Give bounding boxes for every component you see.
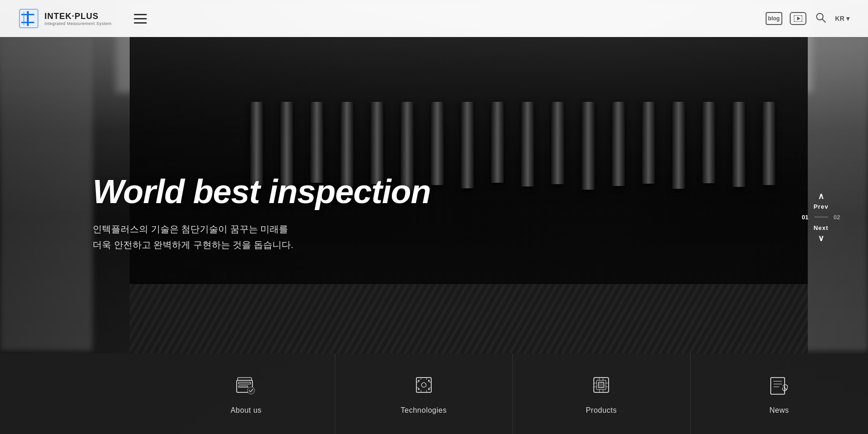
prev-label: Prev: [813, 203, 828, 210]
svg-point-12: [247, 387, 255, 394]
bottom-nav-spacer: [0, 353, 157, 434]
bottom-navigation: About us: [0, 353, 868, 434]
svg-point-17: [418, 388, 420, 390]
next-label: Next: [813, 224, 828, 231]
news-label: News: [769, 406, 789, 415]
svg-point-16: [428, 380, 430, 382]
hamburger-menu[interactable]: [130, 10, 151, 27]
chevron-down-icon: ∨: [818, 233, 824, 243]
svg-point-18: [428, 388, 430, 390]
header-left: INTEK·PLUS Integrated Measurement System: [19, 8, 151, 29]
nav-item-news[interactable]: News: [691, 353, 868, 434]
technologies-icon: [412, 373, 436, 400]
technologies-label: Technologies: [401, 406, 447, 415]
search-button[interactable]: [814, 11, 828, 27]
products-icon: [589, 373, 613, 400]
slide-counter: 01 02: [802, 214, 840, 221]
language-selector[interactable]: KR ▾: [835, 15, 849, 22]
svg-rect-13: [416, 378, 431, 392]
svg-point-15: [418, 380, 420, 382]
slide-navigation: ∧ Prev 01 02 Next ∨: [802, 191, 840, 243]
hero-subtitle: 인텍플러스의 기술은 첨단기술이 꿈꾸는 미래를 더욱 안전하고 완벽하게 구현…: [93, 221, 431, 253]
about-icon: [234, 373, 258, 400]
hamburger-line-3: [134, 22, 147, 24]
current-slide: 01: [802, 214, 808, 221]
nav-item-technologies[interactable]: Technologies: [335, 353, 513, 434]
hamburger-line-2: [134, 18, 147, 19]
next-button[interactable]: Next ∨: [813, 224, 828, 243]
svg-rect-4: [23, 12, 25, 25]
prev-button[interactable]: ∧ Prev: [813, 191, 828, 210]
hero-subtitle-line2: 더욱 안전하고 완벽하게 구현하는 것을 돕습니다.: [93, 240, 293, 250]
divider-line: [814, 217, 828, 217]
chevron-up-icon: ∧: [818, 191, 824, 201]
logo-icon: [19, 8, 39, 29]
svg-rect-11: [239, 386, 248, 387]
hero-title: World best inspection: [93, 174, 431, 210]
header: INTEK·PLUS Integrated Measurement System…: [0, 0, 868, 37]
blog-button[interactable]: blog: [766, 12, 782, 25]
svg-rect-38: [771, 378, 785, 394]
header-right: blog KR ▾: [766, 11, 849, 27]
svg-rect-1: [27, 11, 29, 26]
hero-subtitle-line1: 인텍플러스의 기술은 첨단기술이 꿈꾸는 미래를: [93, 224, 288, 234]
lang-label: KR: [835, 15, 844, 22]
about-label: About us: [231, 406, 262, 415]
youtube-icon: [794, 15, 802, 22]
svg-rect-10: [239, 382, 251, 384]
hero-content: World best inspection 인텍플러스의 기술은 첨단기술이 꿈…: [93, 174, 431, 253]
logo-title: INTEK·PLUS: [44, 12, 112, 21]
total-slides: 02: [834, 214, 840, 221]
lang-arrow: ▾: [846, 15, 849, 22]
logo[interactable]: INTEK·PLUS Integrated Measurement System: [19, 8, 112, 29]
svg-rect-29: [598, 382, 604, 388]
svg-line-8: [822, 19, 825, 22]
logo-text-group: INTEK·PLUS Integrated Measurement System: [44, 12, 112, 26]
search-icon: [816, 12, 826, 23]
bottom-nav-items: About us: [157, 353, 868, 434]
svg-marker-6: [797, 17, 800, 20]
conveyor-belt: [130, 284, 808, 353]
youtube-button[interactable]: [790, 12, 806, 25]
blog-label: blog: [768, 15, 780, 22]
svg-point-14: [421, 383, 426, 387]
news-icon: [767, 373, 791, 400]
nav-item-products[interactable]: Products: [513, 353, 691, 434]
logo-subtitle: Integrated Measurement System: [44, 21, 112, 26]
nav-item-about[interactable]: About us: [157, 353, 335, 434]
products-label: Products: [586, 406, 617, 415]
hamburger-line-1: [134, 14, 147, 15]
